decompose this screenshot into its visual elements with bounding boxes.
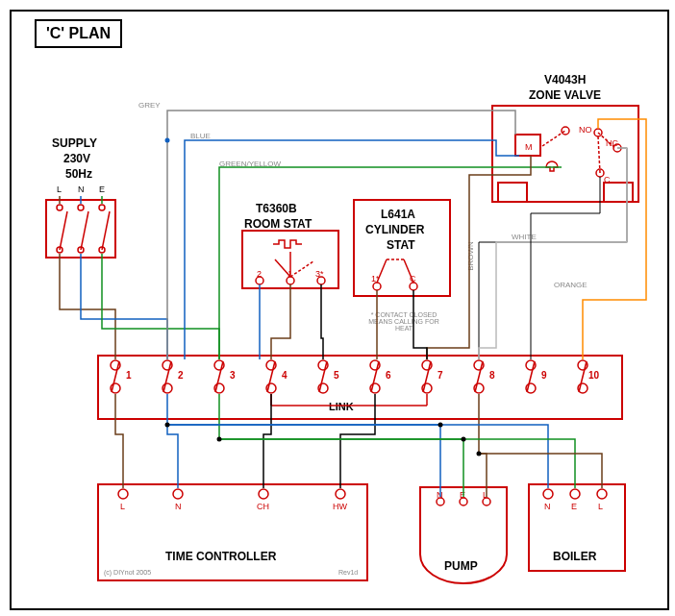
svg-point-73 [336, 489, 345, 499]
svg-point-76 [483, 498, 490, 505]
svg-point-83 [165, 423, 170, 428]
svg-point-70 [118, 489, 128, 499]
svg-rect-4 [604, 183, 633, 202]
svg-line-30 [275, 259, 290, 277]
svg-rect-9 [529, 484, 625, 571]
svg-point-77 [543, 489, 553, 499]
svg-line-17 [81, 211, 88, 250]
svg-point-78 [570, 489, 580, 499]
svg-rect-6 [354, 200, 450, 296]
svg-point-85 [477, 452, 482, 456]
svg-line-45 [215, 361, 223, 392]
svg-point-87 [462, 437, 466, 442]
svg-point-28 [317, 277, 325, 284]
svg-rect-1 [492, 106, 638, 202]
svg-line-66 [579, 361, 587, 392]
svg-point-32 [373, 283, 381, 290]
svg-rect-2 [515, 135, 540, 156]
svg-point-27 [287, 277, 294, 284]
svg-point-79 [597, 489, 607, 499]
svg-line-24 [598, 136, 600, 173]
svg-line-57 [423, 361, 431, 392]
svg-rect-7 [98, 356, 622, 419]
svg-line-63 [527, 361, 535, 392]
svg-line-39 [112, 361, 119, 392]
svg-point-10 [57, 205, 62, 210]
svg-line-54 [371, 361, 379, 392]
svg-rect-3 [498, 183, 527, 202]
svg-point-26 [256, 277, 263, 284]
svg-point-86 [438, 423, 443, 428]
svg-line-35 [404, 259, 413, 283]
svg-line-31 [290, 261, 313, 277]
svg-point-71 [173, 489, 183, 499]
svg-line-34 [377, 259, 387, 283]
svg-rect-8 [98, 484, 367, 580]
svg-point-84 [217, 437, 222, 442]
wiring-svg [12, 12, 667, 608]
svg-line-51 [319, 361, 327, 392]
svg-line-42 [163, 361, 171, 392]
svg-point-74 [437, 498, 444, 505]
svg-line-60 [475, 361, 483, 392]
svg-point-33 [410, 283, 417, 290]
svg-point-72 [259, 489, 268, 499]
svg-point-19 [562, 127, 569, 135]
svg-line-18 [102, 211, 110, 250]
svg-point-12 [99, 205, 105, 210]
svg-line-16 [60, 211, 67, 250]
diagram-frame: 'C' PLAN SUPPLY 230V 50Hz L N E V4043H Z… [10, 10, 669, 610]
svg-line-48 [267, 361, 275, 392]
svg-point-88 [165, 138, 170, 143]
svg-point-11 [78, 205, 84, 210]
svg-point-75 [460, 498, 467, 505]
